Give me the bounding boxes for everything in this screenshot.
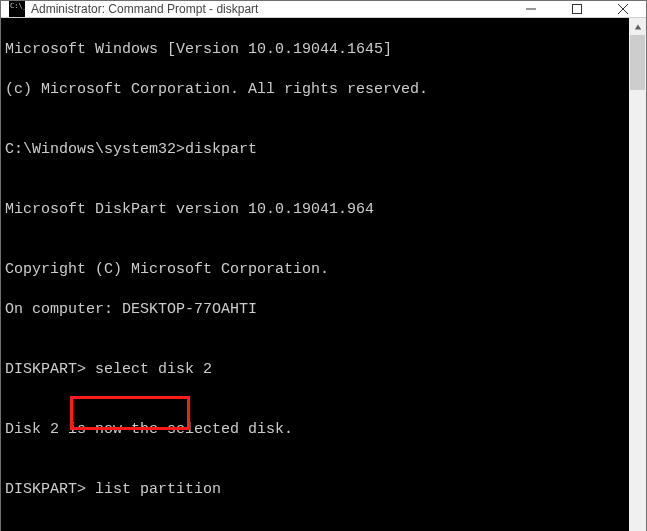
client-area: Microsoft Windows [Version 10.0.19044.16…	[1, 18, 646, 531]
close-icon	[618, 4, 628, 14]
prompt-line: DISKPART> list partition	[5, 480, 629, 500]
titlebar[interactable]: Administrator: Command Prompt - diskpart	[1, 1, 646, 18]
svg-marker-4	[634, 24, 640, 29]
minimize-icon	[526, 4, 536, 14]
output-line: On computer: DESKTOP-77OAHTI	[5, 300, 629, 320]
close-button[interactable]	[600, 1, 646, 17]
output-line: (c) Microsoft Corporation. All rights re…	[5, 80, 629, 100]
chevron-up-icon	[634, 23, 642, 31]
window-title: Administrator: Command Prompt - diskpart	[31, 2, 508, 16]
console-output[interactable]: Microsoft Windows [Version 10.0.19044.16…	[1, 18, 629, 531]
typed-command: select disk 2	[95, 361, 212, 378]
output-line: Disk 2 is now the selected disk.	[5, 420, 629, 440]
prompt-text: DISKPART>	[5, 481, 95, 498]
output-line: Microsoft DiskPart version 10.0.19041.96…	[5, 200, 629, 220]
window-controls	[508, 1, 646, 17]
minimize-button[interactable]	[508, 1, 554, 17]
vertical-scrollbar[interactable]	[629, 18, 646, 531]
scroll-track[interactable]	[629, 35, 646, 531]
scroll-up-button[interactable]	[629, 18, 646, 35]
prompt-text: DISKPART>	[5, 361, 95, 378]
cmd-icon	[9, 1, 25, 17]
output-line: Microsoft Windows [Version 10.0.19044.16…	[5, 40, 629, 60]
typed-command: diskpart	[185, 141, 257, 158]
command-prompt-window: Administrator: Command Prompt - diskpart…	[0, 0, 647, 531]
typed-command: list partition	[95, 481, 221, 498]
maximize-icon	[572, 4, 582, 14]
prompt-line: C:\Windows\system32>diskpart	[5, 140, 629, 160]
prompt-text: C:\Windows\system32>	[5, 141, 185, 158]
prompt-line: DISKPART> select disk 2	[5, 360, 629, 380]
output-line: Copyright (C) Microsoft Corporation.	[5, 260, 629, 280]
svg-rect-1	[573, 5, 582, 14]
console-wrap: Microsoft Windows [Version 10.0.19044.16…	[1, 18, 629, 531]
scroll-thumb[interactable]	[630, 35, 645, 90]
maximize-button[interactable]	[554, 1, 600, 17]
